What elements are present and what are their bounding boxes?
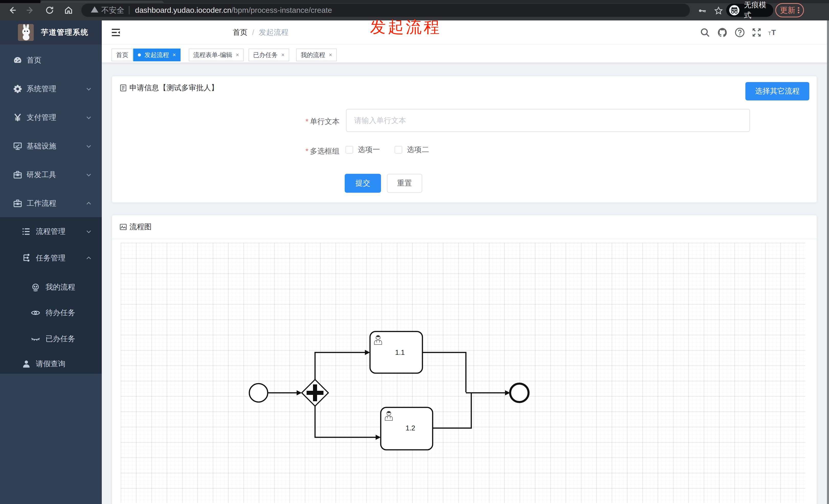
sidebar-item-todo-tasks[interactable]: 待办任务 [0,301,102,324]
close-tab-icon[interactable]: × [281,52,285,58]
sidebar-item-devtools[interactable]: 研发工具 [0,163,102,186]
tag-done-tasks[interactable]: 已办任务 × [249,48,289,61]
sidebar-item-payment[interactable]: 支付管理 [0,106,102,129]
update-button[interactable]: 更新 [775,3,804,17]
sidebar-item-workflow[interactable]: 工作流程 [0,192,102,215]
svg-text:T: T [771,28,776,37]
submit-button[interactable]: 提交 [345,174,381,193]
app-title: 芋道管理系统 [41,27,88,38]
flow-task1-to-merge [423,352,466,392]
sidebar-item-task-mgmt[interactable]: 任务管理 [0,247,102,270]
apply-info-card: 申请信息【测试多审批人】 选择其它流程 *单行文本 *多选框组 选项一 选项二 … [111,76,817,203]
eye-open-icon [31,308,40,318]
help-icon[interactable] [734,27,745,38]
arrowhead [375,435,381,440]
choose-other-process-button[interactable]: 选择其它流程 [745,82,809,101]
user-icon [22,359,31,369]
gear-icon [13,84,23,94]
logo-area[interactable]: 芋道管理系统 [0,21,102,44]
chevron-down-icon [85,228,92,235]
bpmn-start-event[interactable] [249,384,268,402]
home-icon[interactable] [64,6,73,15]
process-diagram-title: 流程图 [119,215,152,239]
sidebar-item-my-process[interactable]: 我的流程 [0,276,102,299]
app-header: 首页 / 发起流程 TT [102,21,829,44]
tag-my-process[interactable]: 我的流程 × [296,48,337,61]
chevron-up-icon [85,200,92,207]
arrowhead [365,350,370,355]
breadcrumb-current: 发起流程 [259,27,288,38]
tag-form-edit[interactable]: 流程表单-编辑 × [189,48,244,61]
sidebar: 首页 系统管理 支付管理 基础设施 研发工具 工作流程 流程管理 任务管理 [0,44,102,504]
incognito-label: 无痕模式 [744,0,773,21]
flow-gateway-to-task2 [315,406,377,437]
svg-text:T: T [768,31,771,36]
breadcrumb-home[interactable]: 首页 [233,27,248,38]
chevron-down-icon [85,171,92,178]
close-tab-icon[interactable]: × [236,52,239,58]
tags-view-bar: 首页 发起流程 × 流程表单-编辑 × 已办任务 × 我的流程 × [102,44,829,63]
reset-button[interactable]: 重置 [387,174,422,193]
browser-tabstrip [0,0,829,3]
bpmn-user-task-1[interactable]: 1.1 [370,332,423,373]
fullscreen-icon[interactable] [751,27,762,38]
chrome-menu-icon[interactable] [798,6,799,14]
sidebar-item-system[interactable]: 系统管理 [0,77,102,101]
github-icon[interactable] [717,27,728,38]
reload-icon[interactable] [45,6,54,15]
bookmark-star-icon[interactable] [714,6,723,15]
list-tree-icon [22,227,31,236]
close-tab-icon[interactable]: × [173,52,176,58]
field-label-checkbox-group: *多选框组 [258,146,339,156]
sidebar-item-infra[interactable]: 基础设施 [0,135,102,158]
task-label: 1.2 [405,424,415,432]
eye-closed-icon [31,334,40,344]
app-logo [18,24,34,41]
flow-gateway-to-task1 [315,352,366,380]
task-label: 1.1 [395,349,405,356]
bpmn-canvas[interactable]: 1.1 1.2 [121,243,805,503]
briefcase-icon [13,199,23,208]
flow-task2-to-merge [433,393,471,428]
password-key-icon[interactable] [697,6,707,15]
document-icon [119,84,127,92]
field-label-single-text: *单行文本 [258,117,339,127]
url-domain: dashboard.yudao.iocoder.cn [135,6,231,14]
tag-create-process[interactable]: 发起流程 × [133,48,181,61]
scrollbar[interactable] [827,21,829,504]
incognito-badge: 无痕模式 [726,4,773,17]
font-size-icon[interactable]: TT [768,27,784,38]
collapse-sidebar-icon[interactable] [110,27,121,38]
checkbox-icon[interactable] [395,146,402,154]
not-secure-icon [91,5,99,15]
checkbox-option-two[interactable]: 选项二 [395,145,429,155]
toolbox-icon [13,170,23,180]
bpmn-parallel-gateway[interactable] [302,380,328,406]
close-tab-icon[interactable]: × [329,52,332,58]
chevron-down-icon [85,143,92,150]
bpmn-user-task-2[interactable]: 1.2 [381,408,433,450]
checkbox-icon[interactable] [346,146,353,154]
sidebar-item-home[interactable]: 首页 [0,49,102,72]
search-icon[interactable] [699,27,710,38]
browser-active-tab[interactable] [40,1,164,3]
chevron-up-icon [85,255,92,262]
sidebar-item-leave-query[interactable]: 请假查询 [0,352,102,376]
chevron-down-icon [85,114,92,121]
sidebar-item-done-tasks[interactable]: 已办任务 [0,327,102,350]
url-path: /bpm/process-instance/create [231,6,332,14]
monitor-icon [13,141,23,151]
face-icon [31,282,40,292]
url-bar[interactable]: 不安全 dashboard.yudao.iocoder.cn/bpm/proce… [81,4,690,17]
arrowhead [297,390,302,395]
tree-branch-icon [22,253,31,263]
tag-home[interactable]: 首页 [111,48,133,61]
sidebar-item-process-mgmt[interactable]: 流程管理 [0,220,102,243]
checkbox-option-one[interactable]: 选项一 [346,145,380,155]
single-text-input[interactable] [346,109,750,132]
process-diagram-card: 流程图 [111,215,817,504]
bpmn-end-event[interactable] [510,384,529,402]
back-icon[interactable] [8,6,17,15]
breadcrumb: 首页 / 发起流程 [233,21,288,44]
forward-icon[interactable] [26,6,35,15]
